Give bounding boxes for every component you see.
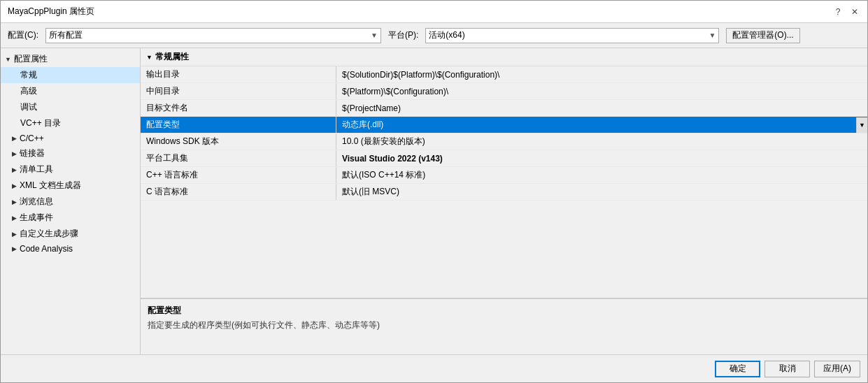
sidebar-item-general[interactable]: 常规	[1, 67, 140, 83]
prop-row-platform-toolset[interactable]: 平台工具集 Visual Studio 2022 (v143)	[141, 150, 867, 167]
sidebar-section-browse-label: 浏览信息	[20, 196, 53, 208]
code-analysis-arrow-icon: ▶	[12, 245, 17, 252]
sidebar-section-custom-build-label: 自定义生成步骤	[20, 228, 78, 240]
prop-name-c-standard: C 语言标准	[141, 184, 336, 200]
sidebar-section-custom-build[interactable]: ▶ 自定义生成步骤	[1, 226, 140, 242]
property-table: ▼ 常规属性 输出目录 $(SolutionDir)$(Platform)\$(…	[141, 48, 867, 298]
platform-select[interactable]: 活动(x64) ▼	[425, 28, 719, 43]
linker-arrow-icon: ▶	[12, 150, 17, 157]
prop-value-sdk-version: 10.0 (最新安装的版本)	[336, 133, 867, 150]
sidebar: ▼ 配置属性 常规 高级 调试 VC++ 目录 ▶ C/C++ ▶ 链接器 ▶ …	[1, 48, 141, 354]
sidebar-item-vc-dirs[interactable]: VC++ 目录	[1, 115, 140, 131]
close-button[interactable]: ✕	[849, 6, 860, 17]
config-row: 配置(C): 所有配置 ▼ 平台(P): 活动(x64) ▼ 配置管理器(O).…	[1, 23, 867, 48]
prop-row-c-standard[interactable]: C 语言标准 默认(旧 MSVC)	[141, 184, 867, 201]
prop-row-cpp-standard[interactable]: C++ 语言标准 默认(ISO C++14 标准)	[141, 167, 867, 184]
prop-value-cpp-standard: 默认(ISO C++14 标准)	[336, 167, 867, 183]
description-title: 配置类型	[148, 305, 860, 317]
apply-button[interactable]: 应用(A)	[814, 361, 860, 377]
prop-row-sdk-version[interactable]: Windows SDK 版本 10.0 (最新安装的版本)	[141, 133, 867, 150]
prop-value-config-type-text: 动态库(.dll)	[342, 119, 383, 131]
title-bar: MayaCppPlugin 属性页 ? ✕	[1, 1, 867, 23]
platform-select-arrow-icon: ▼	[709, 31, 716, 39]
property-panel: ▼ 常规属性 输出目录 $(SolutionDir)$(Platform)\$(…	[141, 48, 867, 354]
prop-value-output-dir: $(SolutionDir)$(Platform)\$(Configuratio…	[336, 68, 867, 82]
prop-name-platform-toolset: 平台工具集	[141, 150, 336, 166]
config-select[interactable]: 所有配置 ▼	[45, 28, 381, 43]
expand-arrow-icon: ▼	[5, 56, 11, 63]
prop-value-target-name: $(ProjectName)	[336, 101, 867, 115]
sidebar-item-debug[interactable]: 调试	[1, 99, 140, 115]
sidebar-section-manifest-label: 清单工具	[20, 164, 53, 175]
sidebar-section-xml[interactable]: ▶ XML 文档生成器	[1, 178, 140, 194]
prop-row-target-name[interactable]: 目标文件名 $(ProjectName)	[141, 100, 867, 117]
description-text: 指定要生成的程序类型(例如可执行文件、静态库、动态库等等)	[148, 319, 860, 331]
sidebar-section-browse[interactable]: ▶ 浏览信息	[1, 194, 140, 210]
properties-dialog: MayaCppPlugin 属性页 ? ✕ 配置(C): 所有配置 ▼ 平台(P…	[0, 0, 868, 383]
prop-name-intermediate-dir: 中间目录	[141, 83, 336, 99]
prop-name-output-dir: 输出目录	[141, 66, 336, 82]
cpp-arrow-icon: ▶	[12, 135, 17, 142]
prop-name-sdk-version: Windows SDK 版本	[141, 133, 336, 150]
prop-row-intermediate-dir[interactable]: 中间目录 $(Platform)\$(Configuration)\	[141, 83, 867, 100]
dialog-title: MayaCppPlugin 属性页	[8, 6, 94, 17]
prop-row-config-type[interactable]: 配置类型 动态库(.dll) ▼	[141, 117, 867, 133]
sidebar-section-label: 配置属性	[14, 53, 48, 65]
section-arrow-icon: ▼	[146, 54, 152, 61]
sidebar-section-code-analysis-label: Code Analysis	[20, 244, 73, 254]
main-content: ▼ 配置属性 常规 高级 调试 VC++ 目录 ▶ C/C++ ▶ 链接器 ▶ …	[1, 48, 867, 354]
sidebar-section-manifest[interactable]: ▶ 清单工具	[1, 161, 140, 178]
sidebar-section-xml-label: XML 文档生成器	[20, 180, 81, 192]
platform-select-value: 活动(x64)	[429, 29, 464, 41]
title-bar-buttons: ? ✕	[832, 6, 860, 17]
prop-value-platform-toolset: Visual Studio 2022 (v143)	[336, 152, 867, 166]
browse-arrow-icon: ▶	[12, 198, 17, 205]
sidebar-section-config-props[interactable]: ▼ 配置属性	[1, 51, 140, 67]
prop-name-cpp-standard: C++ 语言标准	[141, 167, 336, 183]
prop-section-title: 常规属性	[155, 51, 189, 63]
sidebar-section-build-events-label: 生成事件	[20, 212, 53, 224]
bottom-bar: 确定 取消 应用(A)	[1, 354, 867, 382]
sidebar-section-linker[interactable]: ▶ 链接器	[1, 145, 140, 161]
sidebar-section-linker-label: 链接器	[20, 147, 45, 159]
config-manager-button[interactable]: 配置管理器(O)...	[726, 28, 799, 43]
platform-label: 平台(P):	[388, 29, 418, 41]
cancel-button[interactable]: 取消	[764, 361, 810, 377]
prop-value-intermediate-dir: $(Platform)\$(Configuration)\	[336, 85, 867, 99]
prop-row-output-dir[interactable]: 输出目录 $(SolutionDir)$(Platform)\$(Configu…	[141, 66, 867, 83]
ok-button[interactable]: 确定	[715, 361, 760, 377]
manifest-arrow-icon: ▶	[12, 166, 17, 173]
config-label: 配置(C):	[8, 29, 38, 41]
prop-value-dropdown-arrow-icon[interactable]: ▼	[856, 117, 867, 133]
config-select-arrow-icon: ▼	[371, 31, 378, 39]
prop-section-general: ▼ 常规属性	[141, 48, 867, 66]
prop-name-config-type: 配置类型	[141, 117, 336, 133]
sidebar-section-code-analysis[interactable]: ▶ Code Analysis	[1, 242, 140, 256]
sidebar-section-build-events[interactable]: ▶ 生成事件	[1, 210, 140, 226]
xml-arrow-icon: ▶	[12, 182, 17, 189]
sidebar-section-cpp-label: C/C++	[20, 133, 44, 143]
help-button[interactable]: ?	[832, 6, 844, 17]
custom-build-arrow-icon: ▶	[12, 231, 17, 238]
sidebar-section-cpp[interactable]: ▶ C/C++	[1, 131, 140, 145]
prop-name-target-name: 目标文件名	[141, 100, 336, 116]
prop-value-c-standard: 默认(旧 MSVC)	[336, 184, 867, 200]
config-select-value: 所有配置	[49, 29, 83, 41]
description-area: 配置类型 指定要生成的程序类型(例如可执行文件、静态库、动态库等等)	[141, 298, 867, 354]
prop-value-config-type: 动态库(.dll)	[336, 117, 856, 133]
build-events-arrow-icon: ▶	[12, 215, 17, 222]
sidebar-item-advanced[interactable]: 高级	[1, 83, 140, 99]
